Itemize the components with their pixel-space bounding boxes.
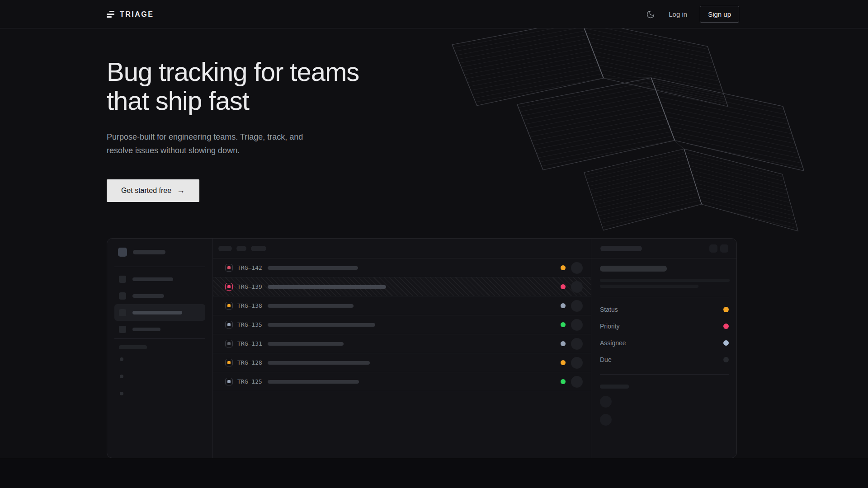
issue-row-right xyxy=(561,357,583,369)
hero-subtitle-line2: resolve issues without slowing down. xyxy=(107,146,240,155)
avatar xyxy=(600,414,612,426)
preview-issue-panel: TRG–142 TRG–139 TRG–138 TRG–135 TRG– xyxy=(213,239,591,458)
hero-title-line1: Bug tracking for teams xyxy=(107,57,359,86)
preview-sidebar xyxy=(107,239,213,458)
issue-row-right xyxy=(561,300,583,312)
hero-title: Bug tracking for teamsthat ship fast xyxy=(107,57,359,115)
sidebar-item-icon xyxy=(119,309,126,316)
app-preview-card: TRG–142 TRG–139 TRG–138 TRG–135 TRG– xyxy=(107,238,737,458)
triage-logo-icon xyxy=(107,11,114,18)
sidebar-item-icon xyxy=(119,276,126,283)
avatar xyxy=(571,357,583,369)
issue-id: TRG–142 xyxy=(237,264,268,271)
issue-row-right xyxy=(561,376,583,388)
skeleton-bar xyxy=(268,266,358,270)
preview-detail-panel: Status Priority Assignee Due xyxy=(591,239,737,458)
workspace-icon xyxy=(118,248,127,257)
page-footer xyxy=(0,458,868,488)
issue-row: TRG–139 xyxy=(213,277,591,296)
detail-header xyxy=(591,239,737,258)
issue-row: TRG–128 xyxy=(213,353,591,372)
skeleton-pill xyxy=(132,328,160,331)
hero-subtitle-line1: Purpose-built for engineering teams. Tri… xyxy=(107,132,303,141)
get-started-button[interactable]: Get started free → xyxy=(107,179,199,202)
meta-row: Priority xyxy=(600,318,729,334)
issue-row: TRG–142 xyxy=(213,258,591,277)
issue-id: TRG–128 xyxy=(237,359,268,366)
detail-header-actions xyxy=(709,244,728,253)
theme-toggle-moon-icon[interactable] xyxy=(646,9,656,19)
wireframe-decoration xyxy=(448,13,810,239)
issue-type-icon xyxy=(225,264,233,272)
brand-name: TRIAGE xyxy=(120,10,154,19)
status-dot xyxy=(561,379,566,384)
avatar xyxy=(571,319,583,331)
issue-row-right xyxy=(561,319,583,331)
status-dot xyxy=(561,341,566,346)
sidebar-item-icon xyxy=(119,292,126,300)
sidebar-divider xyxy=(114,338,205,339)
meta-row: Assignee xyxy=(600,334,729,351)
hero-section: Bug tracking for teamsthat ship fast Pur… xyxy=(107,57,359,202)
issue-row-right xyxy=(561,338,583,350)
issue-type-icon xyxy=(225,359,233,366)
avatar xyxy=(571,300,583,312)
skeleton-pill xyxy=(132,277,173,281)
workspace-row xyxy=(107,239,212,267)
detail-divider xyxy=(600,374,729,375)
nav-actions: Log in Sign up xyxy=(646,0,739,28)
login-link[interactable]: Log in xyxy=(669,10,687,18)
issue-type-icon xyxy=(225,340,233,347)
preview-list-header xyxy=(213,239,591,258)
avatar xyxy=(571,262,583,274)
filter-chip-skeleton xyxy=(218,246,232,251)
detail-meta-list: Status Priority Assignee Due xyxy=(600,301,729,368)
sidebar-dot xyxy=(120,357,123,361)
sidebar-dot xyxy=(120,375,123,378)
skeleton-bar xyxy=(268,285,386,289)
skeleton-bar xyxy=(268,380,359,384)
detail-title-pill xyxy=(600,266,667,272)
detail-line-2 xyxy=(600,285,698,288)
sidebar-item xyxy=(107,287,212,304)
detail-action-icon xyxy=(720,244,728,253)
meta-row: Due xyxy=(600,351,729,368)
sidebar-item xyxy=(107,271,212,287)
detail-action-icon xyxy=(709,244,717,253)
status-dot xyxy=(561,322,566,327)
detail-line-1 xyxy=(600,279,730,282)
meta-row: Status xyxy=(600,301,729,318)
sidebar-item xyxy=(114,304,205,321)
issue-row: TRG–135 xyxy=(213,315,591,334)
hero-subtitle: Purpose-built for engineering teams. Tri… xyxy=(107,130,359,157)
top-nav: TRIAGE Log in Sign up xyxy=(0,0,868,28)
detail-avatar-list xyxy=(600,396,729,426)
sidebar-item xyxy=(107,321,212,338)
issue-type-icon xyxy=(225,321,233,328)
issue-id: TRG–125 xyxy=(237,378,268,385)
meta-dot xyxy=(723,357,729,362)
issue-row-right xyxy=(561,262,583,274)
detail-body: Status Priority Assignee Due xyxy=(591,258,737,426)
meta-label: Assignee xyxy=(600,339,626,347)
skeleton-bar xyxy=(268,342,344,346)
signup-button[interactable]: Sign up xyxy=(700,6,739,23)
issue-row: TRG–138 xyxy=(213,296,591,315)
skeleton-bar xyxy=(268,361,370,365)
issue-id: TRG–135 xyxy=(237,321,268,328)
skeleton-pill xyxy=(132,311,182,314)
meta-label: Priority xyxy=(600,323,620,330)
skeleton-pill xyxy=(132,294,164,298)
get-started-label: Get started free xyxy=(121,187,171,195)
skeleton-bar xyxy=(268,304,354,308)
status-dot xyxy=(561,284,566,289)
preview-sidebar-nav xyxy=(107,267,212,338)
meta-dot xyxy=(723,324,729,329)
issue-id: TRG–131 xyxy=(237,340,268,347)
issue-list: TRG–142 TRG–139 TRG–138 TRG–135 TRG– xyxy=(213,258,591,391)
sidebar-dot-list xyxy=(120,357,212,395)
avatar xyxy=(600,396,612,408)
issue-type-icon xyxy=(225,302,233,310)
issue-row: TRG–131 xyxy=(213,334,591,353)
issue-row-right xyxy=(561,281,583,293)
